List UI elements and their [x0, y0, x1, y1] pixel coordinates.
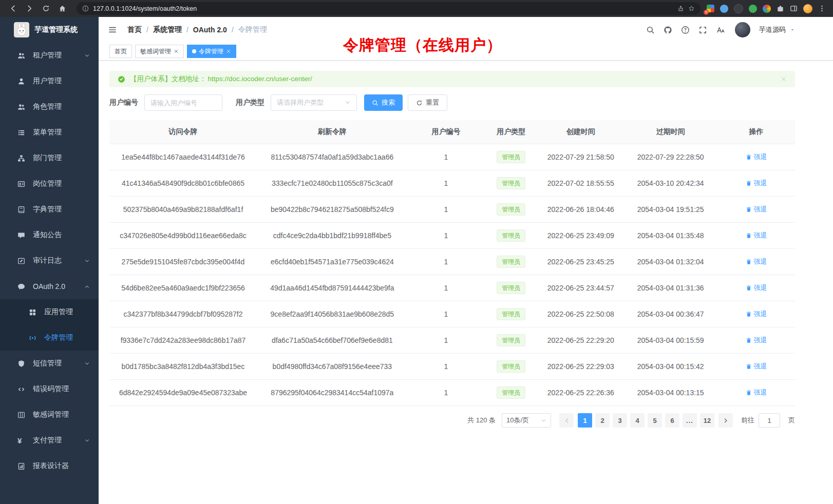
pager-more[interactable]: ... [683, 413, 697, 428]
sidebar-item-oauth2-token[interactable]: 令牌管理 [0, 325, 99, 351]
cell: 1ea5e44f8bc1467aaede43144f31de76 [109, 144, 257, 170]
sidebar-item-label: 应用管理 [44, 307, 90, 317]
table-row: 54d6be82ee5a460a9aedc1f9bf22365649d1aa46… [109, 275, 795, 301]
sidebar-item-sms[interactable]: 短信管理 [0, 351, 99, 376]
sidebar-item-menu[interactable]: 菜单管理 [0, 120, 99, 145]
app-logo[interactable]: 芋道管理系统 [0, 17, 99, 43]
table-row: f9336e7c7dd242a283ee98dc86b17a87dfa6c71a… [109, 327, 795, 354]
page-content: 【用户体系】文档地址：https://doc.iocoder.cn/user-c… [99, 61, 833, 504]
sidebar-item-user[interactable]: 用户管理 [0, 68, 99, 94]
page-size-select[interactable]: 10条/页 [502, 413, 551, 428]
user-type-select[interactable]: 请选择用户类型 [271, 94, 357, 111]
share-icon[interactable] [677, 5, 684, 12]
filter-form: 用户编号 用户类型 请选择用户类型 搜索 重置 [109, 94, 795, 111]
force-logout-button[interactable]: 强退 [746, 336, 767, 345]
search-button[interactable]: 搜索 [364, 94, 403, 111]
cell: 2054-03-04 00:15:59 [623, 327, 717, 354]
pager-page-2[interactable]: 2 [595, 413, 610, 428]
sidebar-toggle-icon[interactable] [108, 25, 117, 34]
sidebar-item-label: 报表设计器 [33, 461, 90, 471]
user-avatar[interactable] [735, 22, 750, 37]
sidebar-item-oauth2[interactable]: OAuth 2.0 [0, 274, 99, 299]
breadcrumb-item[interactable]: 首页 [127, 25, 142, 34]
cell: 502375b8040a469a9b82188afdf6af1f [109, 197, 257, 223]
tab-close-icon[interactable] [226, 49, 231, 54]
breadcrumb-item[interactable]: 系统管理 [153, 25, 182, 34]
sidebar-item-label: 岗位管理 [33, 179, 90, 188]
sidebar-item-tenant[interactable]: 租户管理 [0, 43, 99, 68]
user-name[interactable]: 芋道源码 [759, 25, 786, 34]
alert-close-icon[interactable] [781, 76, 787, 82]
force-logout-label: 强退 [754, 283, 767, 293]
reset-button[interactable]: 重置 [408, 94, 447, 111]
side-panel-icon[interactable] [790, 5, 798, 12]
browser-reload-button[interactable] [42, 5, 50, 12]
browser-menu-icon[interactable] [818, 5, 826, 12]
chevron-down-icon [84, 438, 90, 443]
fullscreen-icon[interactable] [698, 26, 707, 34]
github-icon[interactable] [664, 26, 672, 34]
force-logout-button[interactable]: 强退 [746, 231, 767, 240]
prev-page-button[interactable] [559, 413, 574, 428]
sidebar-item-error-code[interactable]: 错误码管理 [0, 376, 99, 402]
sidebar-item-oauth2-app[interactable]: 应用管理 [0, 299, 99, 325]
sidebar-item-audit-log[interactable]: 审计日志 [0, 248, 99, 274]
cell: be90422b8c7946218275a508bf524fc9 [257, 197, 408, 223]
help-icon[interactable] [681, 26, 690, 34]
pager-page-6[interactable]: 6 [665, 413, 679, 428]
force-logout-button[interactable]: 强退 [746, 309, 767, 319]
chevron-down-icon [84, 258, 90, 264]
pager-page-4[interactable]: 4 [630, 413, 645, 428]
force-logout-button[interactable]: 强退 [746, 257, 767, 266]
action-cell: 强退 [717, 144, 795, 170]
browser-home-button[interactable] [59, 5, 66, 12]
sidebar-item-role[interactable]: 角色管理 [0, 94, 99, 120]
browser-back-button[interactable] [9, 5, 17, 12]
pager-page-3[interactable]: 3 [613, 413, 627, 428]
extension-blue-icon[interactable] [720, 5, 728, 13]
cell: 2022-07-29 21:58:50 [538, 144, 623, 170]
site-info-icon[interactable] [82, 5, 89, 12]
tab-close-icon[interactable] [174, 49, 179, 54]
force-logout-button[interactable]: 强退 [746, 283, 767, 293]
header-search-icon[interactable] [646, 26, 655, 34]
bookmark-star-icon[interactable] [688, 5, 695, 12]
sidebar-item-post[interactable]: 岗位管理 [0, 171, 99, 197]
force-logout-button[interactable]: 强退 [746, 205, 767, 214]
extension-dark-icon[interactable] [734, 4, 743, 13]
tab-sensitive-word[interactable]: 敏感词管理 [135, 45, 184, 58]
breadcrumb: 首页/系统管理/OAuth 2.0/令牌管理 [127, 25, 267, 34]
sidebar-item-report-designer[interactable]: 报表设计器 [0, 453, 99, 479]
browser-url-bar[interactable]: 127.0.0.1:1024/system/oauth2/token [77, 2, 701, 15]
pager-page-12[interactable]: 12 [700, 413, 714, 428]
tab-token[interactable]: 令牌管理 [187, 45, 236, 58]
browser-forward-button[interactable] [26, 5, 33, 12]
force-logout-button[interactable]: 强退 [746, 388, 767, 397]
extension-rainbow-icon[interactable] [763, 5, 771, 13]
book-icon [17, 206, 26, 214]
doc-link[interactable]: https://doc.iocoder.cn/user-center/ [208, 75, 312, 83]
sidebar-item-dict[interactable]: 字典管理 [0, 197, 99, 222]
action-cell: 强退 [717, 327, 795, 354]
sidebar-item-sensitive-word[interactable]: 敏感词管理 [0, 402, 99, 428]
sidebar-item-dept[interactable]: 部门管理 [0, 145, 99, 171]
pager-page-1[interactable]: 1 [578, 413, 592, 428]
extension-grid-icon[interactable]: 0 [707, 5, 714, 12]
force-logout-button[interactable]: 强退 [746, 152, 767, 162]
force-logout-button[interactable]: 强退 [746, 362, 767, 371]
cell: 2022-06-25 23:49:09 [538, 223, 623, 249]
browser-profile-avatar[interactable] [803, 4, 812, 13]
extensions-puzzle-icon[interactable] [777, 5, 784, 12]
next-page-button[interactable] [718, 413, 733, 428]
sidebar-item-notice[interactable]: 通知公告 [0, 222, 99, 248]
font-size-icon[interactable] [716, 26, 725, 34]
sidebar-item-pay[interactable]: ¥支付管理 [0, 428, 99, 453]
user-menu-caret-icon[interactable] [790, 27, 795, 32]
user-id-input[interactable] [144, 94, 222, 111]
tab-home[interactable]: 首页 [109, 45, 132, 58]
extension-green-icon[interactable] [749, 5, 757, 13]
pager-page-5[interactable]: 5 [648, 413, 662, 428]
goto-page-input[interactable] [759, 413, 780, 428]
force-logout-button[interactable]: 强退 [746, 179, 767, 188]
breadcrumb-item[interactable]: OAuth 2.0 [193, 26, 227, 34]
